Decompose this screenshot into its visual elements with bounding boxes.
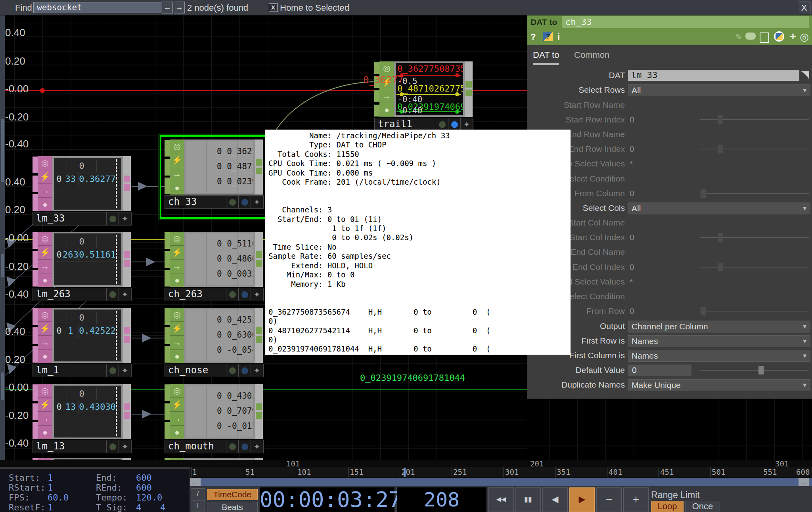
viewer-icon[interactable]: ◎ bbox=[38, 156, 52, 170]
viewer-flag-button[interactable] bbox=[226, 196, 239, 208]
node-name[interactable]: trail1 bbox=[375, 118, 436, 131]
info-value[interactable]: 600 bbox=[136, 473, 152, 483]
range-start-grip[interactable]: ... bbox=[190, 478, 201, 486]
range-end-grip[interactable]: ... bbox=[799, 478, 809, 486]
node-name[interactable]: lm_13 bbox=[33, 440, 107, 453]
node-ch_mouth[interactable]: ◎ ⚡ → ● 0 0_430300 0 0_707930 0 -0_01535 bbox=[165, 384, 263, 439]
slash-mode-button[interactable]: / bbox=[191, 488, 205, 500]
default-value-field[interactable]: 0 bbox=[628, 365, 691, 376]
node-name[interactable]: ch_33 bbox=[165, 196, 226, 208]
output-connectors[interactable] bbox=[255, 384, 263, 439]
output-connectors[interactable] bbox=[255, 308, 263, 363]
target-icon[interactable]: ◎ bbox=[800, 31, 809, 43]
node-ch_33[interactable]: ◎ ⚡ → ● 0 0_362775 0 0_487102 0 0_023919 bbox=[165, 139, 263, 195]
input-connectors[interactable] bbox=[33, 156, 38, 211]
viewer-flag-button[interactable] bbox=[107, 212, 119, 225]
slider[interactable] bbox=[700, 143, 809, 155]
arrow-icon[interactable]: → bbox=[38, 412, 52, 426]
viewer-flag-button[interactable] bbox=[226, 440, 239, 453]
viewer-icon[interactable]: ◎ bbox=[170, 384, 184, 398]
arrow-icon[interactable]: → bbox=[379, 89, 394, 103]
export-flag-button[interactable] bbox=[239, 288, 251, 301]
find-next-button[interactable]: → bbox=[174, 2, 185, 13]
viewer-icon[interactable]: ◎ bbox=[170, 232, 184, 246]
star-icon[interactable]: ✦ bbox=[119, 364, 131, 377]
copy-parameters-icon[interactable] bbox=[760, 32, 769, 43]
slider[interactable] bbox=[700, 114, 809, 126]
arrow-icon[interactable]: → bbox=[170, 167, 184, 181]
node-lm_1[interactable]: ◎ ⚡ → ● 0 010.42522 bbox=[33, 308, 131, 363]
viewer-icon[interactable]: ◎ bbox=[38, 232, 52, 246]
input-connectors[interactable] bbox=[165, 232, 170, 287]
node-namebar-lm_13[interactable]: lm_13 ✦ bbox=[33, 440, 132, 453]
rewind-button[interactable]: ◀◀ bbox=[488, 487, 514, 512]
star-icon[interactable]: ✦ bbox=[251, 364, 263, 377]
info-icon[interactable]: i bbox=[557, 32, 560, 42]
arrow-icon[interactable]: → bbox=[170, 336, 184, 350]
cook-icon[interactable]: ⚡ bbox=[38, 322, 52, 336]
node-ch_263[interactable]: ◎ ⚡ → ● 0 0_511614 0 0_486091 0 0_003257 bbox=[165, 232, 263, 287]
node-name[interactable]: ch_mouth bbox=[165, 440, 226, 453]
node-name[interactable]: lm_33 bbox=[33, 212, 107, 225]
node-namebar-lm_33[interactable]: lm_33 ✦ bbox=[33, 212, 132, 225]
once-button[interactable]: Once bbox=[685, 501, 720, 512]
node-namebar-lm_263[interactable]: lm_263 ✦ bbox=[33, 288, 132, 301]
slider[interactable] bbox=[700, 187, 809, 199]
input-connectors[interactable] bbox=[374, 61, 379, 117]
output-connectors[interactable] bbox=[123, 232, 131, 287]
arrow-icon[interactable]: → bbox=[38, 184, 52, 198]
play-button[interactable]: ▶ bbox=[569, 487, 595, 512]
arrow-icon[interactable]: → bbox=[38, 260, 52, 273]
viewer-flag-button[interactable] bbox=[226, 288, 239, 301]
cook-icon[interactable]: ⚡ bbox=[38, 398, 52, 412]
frame-ruler[interactable]: 1 51 101 151 201 251 301 351 401 451 501… bbox=[190, 467, 812, 478]
input-connectors[interactable] bbox=[33, 232, 38, 287]
bomb-icon[interactable]: ● bbox=[38, 426, 52, 439]
info-value[interactable]: 1 bbox=[48, 483, 53, 493]
play-reverse-button[interactable]: ◀ bbox=[542, 487, 568, 512]
bomb-icon[interactable]: ● bbox=[38, 198, 52, 212]
cook-icon[interactable]: ⚡ bbox=[170, 322, 184, 336]
viewer-icon[interactable]: ◎ bbox=[38, 384, 52, 398]
first-row-is-menu[interactable]: Names▼ bbox=[628, 335, 810, 347]
slider[interactable] bbox=[700, 261, 809, 273]
node-namebar-trail1[interactable]: trail1 ✦ bbox=[374, 118, 473, 131]
viewer-flag-button[interactable] bbox=[436, 118, 448, 131]
slider[interactable] bbox=[700, 231, 809, 243]
node-lm_263[interactable]: ◎ ⚡ → ● 0 02630.51161 bbox=[33, 232, 131, 287]
node-namebar-ch_nose[interactable]: ch_nose ✦ bbox=[165, 364, 264, 377]
input-connectors[interactable] bbox=[165, 139, 170, 195]
home-to-selected-checkbox[interactable]: X bbox=[269, 3, 278, 12]
tab-common[interactable]: Common bbox=[574, 50, 609, 60]
viewer-icon[interactable]: ◎ bbox=[170, 139, 184, 153]
star-icon[interactable]: ✦ bbox=[461, 118, 473, 131]
node-name[interactable]: ch_263 bbox=[165, 288, 226, 301]
viewer-flag-button[interactable] bbox=[107, 364, 119, 377]
cook-icon[interactable]: ⚡ bbox=[38, 246, 52, 260]
viewer-flag-button[interactable] bbox=[107, 288, 119, 301]
dat-picker-icon[interactable] bbox=[800, 70, 810, 80]
node-trail1[interactable]: ◎ ⚡ → ● 0_36277508735 -0.5 0_48710262775… bbox=[374, 61, 473, 117]
info-value[interactable]: 120.0 bbox=[136, 493, 162, 502]
node-namebar-ch_263[interactable]: ch_263 ✦ bbox=[165, 288, 264, 301]
viewer-icon[interactable]: ◎ bbox=[170, 308, 184, 322]
info-value[interactable]: 4 bbox=[160, 502, 165, 512]
bomb-icon[interactable]: ● bbox=[170, 273, 184, 287]
node-lm_33[interactable]: ◎ ⚡ → ● 0 0330.36277 bbox=[33, 156, 131, 211]
node-namebar-lm_1[interactable]: lm_1 ✦ bbox=[33, 364, 132, 377]
info-value[interactable]: 4 bbox=[136, 502, 141, 512]
output-connectors[interactable] bbox=[123, 384, 131, 439]
bomb-icon[interactable]: ● bbox=[170, 426, 184, 439]
node-namebar-ch_mouth[interactable]: ch_mouth ✦ bbox=[165, 440, 264, 453]
star-icon[interactable]: ✦ bbox=[119, 440, 131, 453]
slider[interactable] bbox=[700, 305, 809, 317]
viewer-icon[interactable]: ◎ bbox=[38, 308, 52, 322]
bomb-icon[interactable]: ● bbox=[170, 181, 184, 195]
node-name[interactable]: lm_1 bbox=[33, 364, 107, 377]
operator-name-field[interactable]: ch_33 bbox=[562, 16, 809, 28]
output-connectors[interactable] bbox=[465, 61, 473, 117]
node-name[interactable]: lm_263 bbox=[33, 288, 107, 301]
output-connectors[interactable] bbox=[255, 232, 263, 287]
input-connectors[interactable] bbox=[165, 308, 170, 363]
beats-mode-button[interactable]: Beats bbox=[207, 502, 258, 512]
